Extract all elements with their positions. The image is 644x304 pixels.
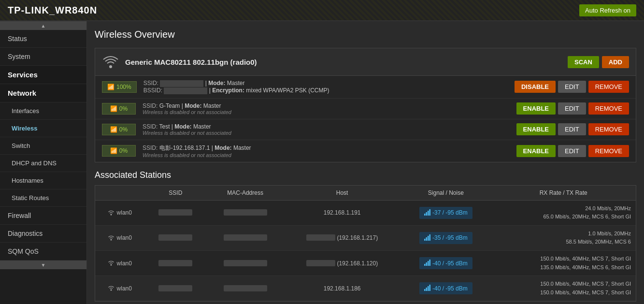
- edit-button-1[interactable]: EDIT: [558, 102, 586, 115]
- network-info-3: SSID: 电影-192.168.137.1 | Mode: Master Wi…: [143, 144, 516, 158]
- svg-rect-15: [429, 260, 431, 266]
- cell-iface-3: wlan0: [95, 276, 144, 301]
- remove-button-3[interactable]: REMOVE: [588, 145, 629, 157]
- mac-val-3: [224, 285, 267, 291]
- remove-button-1[interactable]: REMOVE: [588, 102, 629, 115]
- sidebar-item-hostnames[interactable]: Hostnames: [0, 172, 86, 189]
- mac-val-2: [224, 260, 267, 266]
- cell-signal-1: -35 / -95 dBm: [401, 225, 491, 250]
- table-row: wlan0 (192.168.1.120) -40 / -95 dBm 150.…: [95, 251, 636, 276]
- svg-rect-3: [426, 212, 428, 216]
- col-header-mac: MAC-Address: [207, 186, 284, 201]
- svg-point-16: [110, 290, 112, 291]
- sidebar-item-interfaces[interactable]: Interfaces: [0, 102, 86, 120]
- network-line2-3: Wireless is disabled or not associated: [143, 152, 516, 158]
- ssid-val-1: [158, 234, 192, 241]
- scroll-down-icon: ▼: [41, 262, 46, 268]
- signal-badge-1: -35 / -95 dBm: [419, 232, 472, 244]
- radio-title: Generic MAC80211 802.11bgn (radio0): [125, 58, 568, 66]
- cell-rxtx-3: 150.0 Mbit/s, 40MHz, MCS 7, Short GI150.…: [491, 276, 636, 301]
- ssid-val-2: [158, 260, 192, 266]
- scroll-up-icon: ▲: [41, 23, 46, 29]
- scan-button[interactable]: SCAN: [568, 56, 599, 68]
- sidebar-item-switch[interactable]: Switch: [0, 137, 86, 155]
- signal-bar-icon-1: [424, 234, 430, 242]
- sidebar-item-network[interactable]: Network: [0, 84, 86, 102]
- network-row-3: 📶 0% SSID: 电影-192.168.137.1 | Mode: Mast…: [95, 140, 636, 162]
- network-info-1: SSID: G-Team | Mode: Master Wireless is …: [143, 102, 516, 115]
- network-row-1: 📶 0% SSID: G-Team | Mode: Master Wireles…: [95, 99, 636, 119]
- network-row-2: 📶 0% SSID: Test | Mode: Master Wireless …: [95, 119, 636, 140]
- svg-rect-9: [428, 236, 429, 241]
- signal-icon-3: 📶: [110, 147, 117, 154]
- signal-bar-icon-3: [424, 285, 430, 292]
- network-actions-0: DISABLE EDIT REMOVE: [515, 81, 629, 93]
- cell-rxtx-1: 1.0 Mbit/s, 20MHz58.5 Mbit/s, 20MHz, MCS…: [491, 225, 636, 250]
- main-content: Wireless Overview Generic MAC80211 802.1…: [87, 21, 644, 304]
- sidebar-item-static-routes[interactable]: Static Routes: [0, 189, 86, 207]
- signal-icon-0: 📶: [107, 84, 114, 90]
- col-header-rxtx: RX Rate / TX Rate: [491, 186, 636, 201]
- ssid-val-0: [158, 209, 192, 216]
- network-row-0: 📶 100% SSID: | Mode: Master BSSID:: [95, 76, 636, 99]
- wifi-icon-0: [108, 209, 114, 217]
- sidebar-scroll-down[interactable]: ▼: [0, 261, 86, 269]
- cell-rxtx-2: 150.0 Mbit/s, 40MHz, MCS 7, Short GI135.…: [491, 251, 636, 276]
- cell-ssid-0: [144, 200, 207, 225]
- edit-button-3[interactable]: EDIT: [558, 145, 586, 157]
- wifi-icon-3: [108, 284, 114, 292]
- cell-host-2: (192.168.1.120): [284, 251, 401, 276]
- sidebar-scroll-up[interactable]: ▲: [0, 21, 86, 30]
- sidebar-item-status[interactable]: Status: [0, 30, 86, 48]
- svg-rect-13: [426, 262, 428, 266]
- network-line1-0: SSID: | Mode: Master: [143, 80, 515, 87]
- iface-label-3: wlan0: [117, 285, 132, 292]
- sidebar-item-services[interactable]: Services: [0, 66, 86, 84]
- stations-section-title: Associated Stations: [95, 170, 636, 180]
- col-header-host: Host: [284, 186, 401, 201]
- remove-button-2[interactable]: REMOVE: [588, 123, 629, 135]
- sidebar-item-firewall[interactable]: Firewall: [0, 207, 86, 225]
- network-info-2: SSID: Test | Mode: Master Wireless is di…: [143, 123, 516, 136]
- col-header-iface: [95, 186, 144, 201]
- network-line2-0: BSSID: | Encryption: mixed WPA/WPA2 PSK …: [143, 87, 515, 94]
- signal-box-0: 📶 100%: [102, 81, 137, 93]
- svg-rect-14: [428, 261, 429, 266]
- signal-box-3: 📶 0%: [102, 145, 136, 157]
- network-actions-3: ENABLE EDIT REMOVE: [516, 145, 629, 157]
- disable-button-0[interactable]: DISABLE: [515, 81, 556, 93]
- cell-host-1: (192.168.1.217): [284, 225, 401, 250]
- edit-button-2[interactable]: EDIT: [558, 123, 586, 135]
- signal-val-1: 0%: [119, 105, 128, 112]
- svg-rect-7: [424, 239, 426, 241]
- sidebar-item-dhcp[interactable]: DHCP and DNS: [0, 155, 86, 172]
- cell-iface-0: wlan0: [95, 200, 144, 225]
- sidebar-item-system[interactable]: System: [0, 48, 86, 66]
- sidebar-item-wireless[interactable]: Wireless: [0, 120, 86, 137]
- cell-signal-3: -40 / -95 dBm: [401, 276, 491, 301]
- enable-button-3[interactable]: ENABLE: [516, 145, 556, 157]
- enable-button-2[interactable]: ENABLE: [516, 123, 556, 135]
- stations-table: SSID MAC-Address Host Signal / Noise RX …: [95, 186, 636, 302]
- wifi-icon-2: [108, 259, 114, 267]
- iface-label-0: wlan0: [117, 209, 132, 216]
- stations-table-wrap: SSID MAC-Address Host Signal / Noise RX …: [95, 185, 636, 302]
- layout: ▲ Status System Services Network Interfa…: [0, 21, 644, 304]
- remove-button-0[interactable]: REMOVE: [588, 81, 629, 93]
- signal-val-0: 100%: [116, 84, 131, 90]
- add-button[interactable]: ADD: [602, 56, 629, 68]
- svg-rect-20: [429, 285, 431, 291]
- svg-rect-12: [424, 264, 426, 266]
- signal-badge-3: -40 / -95 dBm: [419, 282, 472, 294]
- sidebar-item-diagnostics[interactable]: Diagnostics: [0, 225, 86, 243]
- svg-rect-2: [424, 214, 426, 216]
- cell-ssid-3: [144, 276, 207, 301]
- sidebar-item-sqm[interactable]: SQM QoS: [0, 243, 86, 261]
- network-actions-1: ENABLE EDIT REMOVE: [516, 102, 629, 115]
- svg-point-11: [110, 264, 112, 266]
- cell-iface-2: wlan0: [95, 251, 144, 276]
- auto-refresh-button[interactable]: Auto Refresh on: [579, 4, 636, 16]
- edit-button-0[interactable]: EDIT: [558, 81, 586, 93]
- enable-button-1[interactable]: ENABLE: [516, 102, 556, 115]
- cell-host-3: 192.168.1.186: [284, 276, 401, 301]
